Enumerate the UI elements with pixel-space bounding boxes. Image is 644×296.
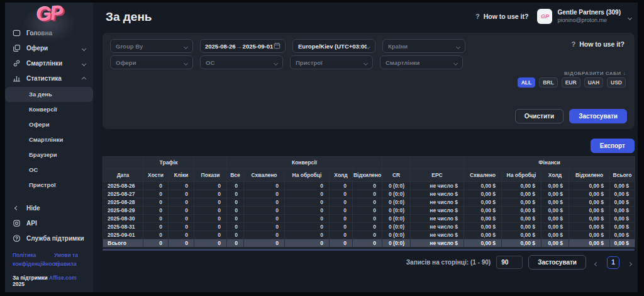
chevron-down-icon bbox=[457, 43, 460, 50]
panel-help-button[interactable]: ? How to use it? bbox=[572, 40, 625, 48]
currency-all-button[interactable]: ALL bbox=[518, 77, 536, 88]
date-range-picker[interactable]: 2025-08-26 → 2025-09-01 bbox=[200, 39, 286, 53]
current-page-button[interactable]: 1 bbox=[607, 256, 619, 269]
data-cell: 0 bbox=[143, 239, 169, 248]
currency-usd-button[interactable]: USD bbox=[607, 77, 626, 88]
app-window: GP ГоловнаОфериСмартлінкиСтатистика За д… bbox=[5, 3, 638, 292]
sidebar-item-api[interactable]: API bbox=[5, 215, 93, 231]
data-cell: не число $ bbox=[411, 207, 464, 215]
user-menu[interactable]: GP Gentle Partners (309) pionino@proton.… bbox=[537, 9, 631, 24]
data-cell: 0 bbox=[330, 190, 353, 198]
apply-pagination-button[interactable]: Застосувати bbox=[528, 255, 586, 270]
filter-panel: Group By 2025-08-26 → 2025-09-01 Europe/… bbox=[103, 33, 635, 129]
offers-icon bbox=[13, 44, 21, 52]
currency-eur-button[interactable]: EUR bbox=[562, 77, 580, 88]
next-page-button[interactable] bbox=[625, 257, 635, 268]
submenu-item-3[interactable]: Смартлінки bbox=[5, 132, 93, 147]
data-cell: 0 (0:0) bbox=[382, 198, 411, 207]
support-icon bbox=[13, 234, 21, 242]
data-cell: 0 bbox=[227, 239, 244, 248]
data-cell: 0 bbox=[227, 223, 244, 231]
submenu-item-5[interactable]: ОС bbox=[5, 162, 93, 178]
logo[interactable]: GP bbox=[5, 3, 93, 25]
smartlinks-select[interactable]: Смартлінки bbox=[380, 55, 463, 69]
data-cell: 0 bbox=[353, 207, 382, 215]
currency-toggle-group: ALLBRLEURUAHUSD bbox=[518, 77, 626, 88]
timezone-select[interactable]: Europe/Kiev (UTC+03:00) bbox=[292, 39, 375, 53]
table-group-header-row: ТрафікКонверсіїФінанси bbox=[103, 157, 635, 169]
data-cell: 0,00 $ bbox=[464, 198, 502, 207]
currency-uah-button[interactable]: UAH bbox=[584, 77, 603, 88]
column-header-12: На обробці bbox=[502, 169, 541, 182]
horizontal-scrollbar[interactable] bbox=[103, 249, 635, 251]
data-cell: 0,00 $ bbox=[464, 223, 502, 231]
question-icon: ? bbox=[572, 40, 576, 48]
data-cell: 0,00 $ bbox=[541, 215, 569, 223]
column-header-14: Відхилено bbox=[569, 169, 610, 182]
privacy-policy-link[interactable]: Політика конфіденційності bbox=[13, 251, 49, 268]
sidebar-item-support[interactable]: Служба підтримки bbox=[5, 231, 93, 246]
data-cell: 0 bbox=[169, 223, 194, 231]
clear-button[interactable]: Очистити bbox=[515, 109, 564, 123]
submenu-item-6[interactable]: Пристрої bbox=[5, 178, 93, 193]
data-cell: 0 bbox=[353, 231, 382, 239]
timezone-value: Europe/Kiev (UTC+03:00) bbox=[298, 43, 367, 50]
submenu-item-1[interactable]: Конверсії bbox=[5, 102, 93, 117]
affise-link[interactable]: Affise.com bbox=[49, 275, 76, 281]
data-cell: 0,00 $ bbox=[541, 223, 569, 231]
data-cell: 0,00 $ bbox=[610, 182, 635, 190]
data-cell: 0,00 $ bbox=[502, 239, 541, 248]
sidebar: GP ГоловнаОфериСмартлінкиСтатистика За д… bbox=[5, 3, 93, 292]
sidebar-item-2[interactable]: Смартлінки bbox=[5, 55, 93, 71]
powered-prefix: За підтримки bbox=[13, 275, 48, 281]
data-cell: 0,00 $ bbox=[541, 231, 569, 239]
column-header-4: Все bbox=[227, 169, 244, 182]
data-cell: 0,00 $ bbox=[610, 190, 635, 198]
group-by-select[interactable]: Group By bbox=[110, 39, 193, 53]
countries-placeholder: Країни bbox=[388, 43, 408, 50]
chevron-down-icon bbox=[628, 11, 631, 22]
submenu-item-4[interactable]: Браузери bbox=[5, 147, 93, 162]
table-row: 2025-08-31000000000 (0:0)не число $0,00 … bbox=[103, 223, 635, 231]
data-cell: 0 bbox=[194, 215, 227, 223]
offers-select[interactable]: Офери bbox=[110, 55, 193, 69]
countries-select[interactable]: Країни bbox=[382, 39, 465, 53]
user-meta: Gentle Partners (309) pionino@proton.me bbox=[557, 9, 621, 24]
data-cell: 0 bbox=[330, 215, 353, 223]
apply-filters-button[interactable]: Застосувати bbox=[569, 109, 627, 123]
devices-placeholder: Пристрої bbox=[296, 59, 323, 66]
header-help-button[interactable]: ? How to use it? bbox=[475, 13, 528, 20]
per-page-label: Записів на сторінці: (1 - 90) bbox=[406, 259, 491, 266]
submenu-item-2[interactable]: Офери bbox=[5, 117, 93, 132]
data-cell: 0,00 $ bbox=[502, 198, 541, 207]
column-header-9: CR bbox=[382, 169, 411, 182]
per-page-input[interactable] bbox=[496, 256, 523, 269]
header-help-label: How to use it? bbox=[484, 13, 529, 20]
row-label-cell: Всього bbox=[103, 239, 143, 248]
data-cell: 0 bbox=[169, 231, 194, 239]
export-button[interactable]: Експорт bbox=[591, 139, 635, 153]
prev-page-button[interactable] bbox=[592, 257, 601, 268]
data-cell: 0,00 $ bbox=[464, 207, 502, 215]
row-label-cell: 2025-08-30 bbox=[103, 215, 143, 223]
api-label: API bbox=[26, 220, 37, 227]
devices-select[interactable]: Пристрої bbox=[290, 55, 373, 69]
data-cell: не число $ bbox=[411, 190, 464, 198]
smartlinks-placeholder: Смартлінки bbox=[386, 59, 419, 66]
table-row: 2025-08-29000000000 (0:0)не число $0,00 … bbox=[103, 207, 635, 215]
sidebar-item-hide[interactable]: Hide bbox=[5, 200, 93, 215]
column-header-3: Покази bbox=[194, 169, 227, 182]
data-cell: 0 (0:0) bbox=[382, 182, 411, 190]
submenu-item-0[interactable]: За день bbox=[5, 87, 93, 102]
currency-brl-button[interactable]: BRL bbox=[539, 77, 557, 88]
data-cell: 0 bbox=[353, 190, 382, 198]
data-cell: 0,00 $ bbox=[569, 223, 610, 231]
column-header-13: Холд bbox=[541, 169, 569, 182]
chevron-down-icon bbox=[82, 60, 86, 67]
data-cell: 0 bbox=[244, 231, 285, 239]
terms-link[interactable]: Умови та правила bbox=[54, 251, 86, 268]
sidebar-item-3[interactable]: Статистика bbox=[5, 71, 93, 86]
data-cell: 0,00 $ bbox=[464, 231, 502, 239]
os-select[interactable]: ОС bbox=[200, 55, 283, 69]
data-cell: 0 bbox=[353, 198, 382, 207]
